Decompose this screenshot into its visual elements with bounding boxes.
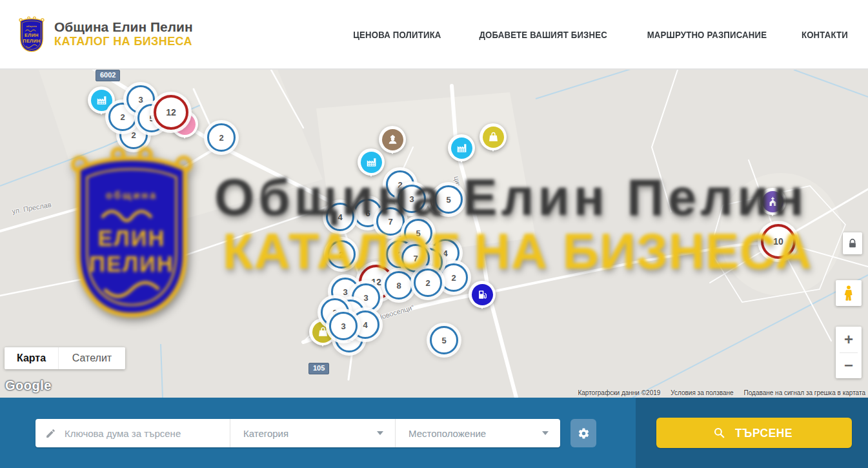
nav-item[interactable]: КОНТАКТИ <box>802 29 848 40</box>
church-pin[interactable] <box>759 188 786 215</box>
municipality-crest-icon <box>16 14 47 54</box>
cluster-marker[interactable]: 8 <box>385 271 413 300</box>
search-button-label: ТЪРСЕНЕ <box>735 426 792 440</box>
category-select[interactable]: Категория <box>230 419 395 447</box>
street-view-pegman-button[interactable] <box>836 280 862 306</box>
logo-text: Община Елин Пелин КАТАЛОГ НА БИЗНЕСА <box>54 19 193 49</box>
page: Община Елин Пелин КАТАЛОГ НА БИЗНЕСА ЦЕН… <box>0 0 868 468</box>
map-attribution: Картографски данни ©2019Условия за ползв… <box>578 389 865 396</box>
map-lock-button[interactable] <box>843 232 862 254</box>
cluster-marker[interactable]: 2 <box>207 123 236 152</box>
cluster-marker[interactable]: 3 <box>329 312 358 340</box>
attribution-link[interactable]: Картографски данни ©2019 <box>578 389 660 396</box>
main-nav: ЦЕНОВА ПОЛИТИКАДОБАВЕТЕ ВАШИЯТ БИЗНЕСМАР… <box>347 29 851 40</box>
nav-item[interactable]: ДОБАВЕТЕ ВАШИЯТ БИЗНЕС <box>479 29 607 40</box>
cluster-marker[interactable]: 2 <box>327 240 356 269</box>
search-fields: Категория Местоположение <box>35 419 560 447</box>
site-header: Община Елин Пелин КАТАЛОГ НА БИЗНЕСА ЦЕН… <box>0 0 868 70</box>
cluster-marker[interactable]: 5 <box>430 326 458 354</box>
site-subtitle: КАТАЛОГ НА БИЗНЕСА <box>54 35 193 49</box>
gear-icon <box>578 427 590 440</box>
bag-icon <box>487 131 500 143</box>
factory-icon <box>456 142 468 154</box>
factory-pin[interactable] <box>358 148 385 176</box>
map-type-map-button[interactable]: Карта <box>5 347 58 369</box>
road-badge: 105 <box>308 363 329 374</box>
google-logo[interactable]: Google <box>5 378 52 393</box>
pegman-icon <box>842 285 855 301</box>
zoom-out-button[interactable]: − <box>836 353 862 379</box>
bag-icon <box>317 326 329 338</box>
cluster-marker[interactable]: 10 <box>761 224 796 259</box>
bag-pin[interactable] <box>479 123 507 150</box>
fuel-pin[interactable] <box>469 281 496 308</box>
search-button[interactable]: ТЪРСЕНЕ <box>656 418 852 448</box>
keyword-input[interactable] <box>63 427 214 440</box>
zoom-in-button[interactable]: + <box>836 327 862 352</box>
nav-item[interactable]: МАРШРУТНО РАЗПИСАНИЕ <box>647 29 767 40</box>
keyword-field[interactable] <box>35 419 230 447</box>
zoom-control: + − <box>836 327 862 378</box>
attribution-link[interactable]: Условия за ползване <box>671 389 733 396</box>
search-bar: Категория Местоположение ТЪРСЕНЕ <box>0 398 868 468</box>
location-select-value: Местоположение <box>409 428 486 439</box>
fuel-icon <box>476 289 489 301</box>
site-title: Община Елин Пелин <box>54 19 193 35</box>
category-select-value: Категория <box>243 428 288 439</box>
chevron-down-icon <box>542 431 549 435</box>
cluster-marker[interactable]: 2 <box>414 269 442 297</box>
church-icon <box>767 196 779 208</box>
nav-item[interactable]: ЦЕНОВА ПОЛИТИКА <box>353 29 441 40</box>
worker-icon <box>387 134 399 146</box>
search-icon <box>713 427 725 439</box>
factory-pin[interactable] <box>448 134 475 161</box>
map-canvas[interactable]: ул. Преславбул. „Новоселци“ции6002105223… <box>0 70 868 398</box>
map-type-control: Карта Сателит <box>5 347 125 369</box>
attribution-link[interactable]: Подаване на сигнал за грешка в картата <box>744 389 865 396</box>
cluster-marker[interactable]: 3 <box>398 185 426 213</box>
map-type-satellite-button[interactable]: Сателит <box>58 347 125 369</box>
cluster-marker[interactable]: 12 <box>154 95 188 130</box>
lock-icon <box>848 238 857 249</box>
location-select[interactable]: Местоположение <box>395 419 560 447</box>
cluster-marker[interactable]: 2 <box>439 263 468 292</box>
road-badge: 6002 <box>96 70 120 81</box>
cluster-marker[interactable]: 4 <box>326 203 354 231</box>
advanced-search-button[interactable] <box>570 419 596 447</box>
factory-icon <box>365 156 378 168</box>
factory-icon <box>96 94 108 107</box>
pencil-icon <box>45 428 56 439</box>
cluster-marker[interactable]: 5 <box>434 185 463 214</box>
cluster-marker[interactable]: 7 <box>376 207 405 236</box>
site-logo[interactable]: Община Елин Пелин КАТАЛОГ НА БИЗНЕСА <box>16 14 193 54</box>
chevron-down-icon <box>377 431 383 435</box>
